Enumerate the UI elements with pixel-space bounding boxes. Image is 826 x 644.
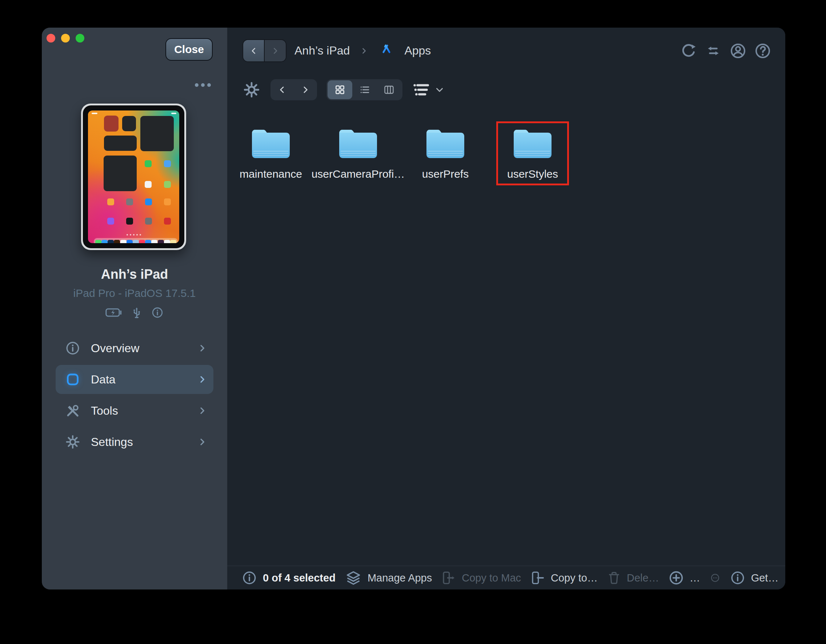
sidebar-item-data[interactable]: Data (56, 365, 213, 394)
chevron-right-icon (197, 343, 207, 353)
folder-icon (250, 126, 291, 159)
sidebar-item-tools[interactable]: Tools (56, 396, 213, 425)
folder-icon (425, 126, 466, 159)
gear-icon[interactable] (243, 81, 260, 98)
grid-view-icon[interactable] (328, 80, 352, 99)
sidebar-item-settings[interactable]: Settings (56, 427, 213, 456)
sidebar-item-overview[interactable]: Overview (56, 334, 213, 363)
folder-item-highlighted[interactable]: userStyles (496, 121, 569, 185)
folder-label: userCameraProfi… (312, 168, 405, 180)
selection-info: 0 of 4 selected (242, 570, 335, 585)
tools-icon (65, 403, 80, 418)
trash-icon (607, 571, 621, 585)
breadcrumb: Anh’s iPad Apps (295, 42, 431, 59)
folder-icon (338, 126, 379, 159)
info-circle-icon[interactable] (151, 306, 164, 319)
main-panel: Anh’s iPad Apps (227, 28, 785, 590)
battery-charging-icon (106, 308, 122, 317)
add-button[interactable]: … (669, 570, 700, 585)
folder-back-button[interactable] (270, 85, 294, 95)
breadcrumb-section: Apps (404, 44, 431, 57)
account-icon[interactable] (729, 42, 747, 60)
selection-count: 0 of 4 selected (263, 572, 335, 584)
chevron-right-icon (360, 47, 368, 55)
app-store-icon (378, 42, 395, 59)
breadcrumb-device[interactable]: Anh’s iPad (295, 44, 350, 57)
zoom-window-icon[interactable] (76, 34, 84, 42)
group-by-icon (412, 81, 431, 98)
back-button[interactable] (243, 40, 265, 61)
help-icon[interactable] (754, 42, 772, 60)
folder-history-nav (270, 79, 317, 100)
folder-item[interactable]: userPrefs (409, 121, 482, 185)
sidebar-item-label: Overview (91, 341, 139, 355)
browse-toolbar (227, 74, 785, 106)
copy-to-mac-button: Copy to Mac (441, 571, 521, 585)
usb-icon[interactable] (130, 306, 143, 319)
sidebar: Close (42, 28, 227, 590)
delete-button: Dele… (607, 571, 659, 585)
action-label: Copy to Mac (462, 572, 521, 584)
folder-item[interactable]: maintenance (234, 121, 307, 185)
info-circle-icon (242, 570, 257, 585)
folder-label: maintenance (239, 168, 302, 180)
action-label: Manage Apps (368, 572, 432, 584)
action-label: … (690, 572, 700, 584)
app-window: Close (42, 28, 785, 590)
folder-grid: maintenance userCameraProfi… (234, 121, 584, 185)
device-screenshot (88, 110, 179, 243)
close-window-icon[interactable] (47, 34, 55, 42)
device-name: Anh’s iPad (42, 267, 227, 282)
gear-icon (65, 434, 80, 450)
ellipsis-circle-icon[interactable] (710, 573, 720, 583)
device-info: iPad Pro - iPadOS 17.5.1 (42, 287, 227, 299)
chevron-right-icon (197, 406, 207, 415)
transfer-icon[interactable] (705, 42, 722, 60)
app-square-icon (65, 372, 80, 387)
minimize-window-icon[interactable] (61, 34, 70, 42)
info-circle-icon (730, 570, 745, 585)
chevron-down-icon (435, 85, 445, 95)
header-actions (680, 42, 772, 60)
refresh-icon[interactable] (680, 42, 697, 60)
plus-circle-icon (669, 570, 684, 585)
chevron-right-icon (197, 437, 207, 447)
folder-label: userStyles (507, 168, 558, 180)
action-label: Get… (751, 572, 779, 584)
device-status-icons (42, 306, 227, 319)
folder-label: userPrefs (422, 168, 469, 180)
sidebar-item-label: Data (91, 373, 116, 386)
chevron-right-icon (197, 375, 207, 384)
folder-icon (512, 126, 553, 159)
folder-item[interactable]: userCameraProfi… (322, 121, 394, 185)
main-header: Anh’s iPad Apps (227, 28, 785, 74)
list-view-icon[interactable] (352, 80, 377, 99)
device-dock (94, 238, 178, 243)
sidebar-nav: Overview Data (56, 334, 213, 456)
close-button[interactable]: Close (165, 38, 213, 61)
status-bar: 0 of 4 selected Manage Apps Copy to (227, 565, 785, 590)
get-info-button[interactable]: Get… (730, 570, 779, 585)
device-export-icon (441, 571, 456, 585)
view-mode-switcher (326, 79, 402, 100)
forward-button[interactable] (265, 40, 286, 61)
action-label: Copy to… (551, 572, 598, 584)
folder-forward-button[interactable] (294, 85, 317, 95)
device-preview (81, 104, 186, 250)
history-nav (242, 39, 286, 62)
action-label: Dele… (627, 572, 659, 584)
window-controls (47, 34, 84, 42)
info-circle-icon (65, 341, 80, 356)
columns-view-icon[interactable] (377, 80, 401, 99)
sort-group-control[interactable] (412, 81, 445, 98)
device-import-icon (530, 571, 545, 585)
more-options-icon[interactable] (195, 83, 211, 87)
manage-apps-button[interactable]: Manage Apps (345, 570, 432, 586)
sidebar-item-label: Tools (91, 404, 118, 417)
layers-icon (345, 570, 362, 586)
copy-to-button[interactable]: Copy to… (530, 571, 598, 585)
sidebar-item-label: Settings (91, 435, 133, 449)
